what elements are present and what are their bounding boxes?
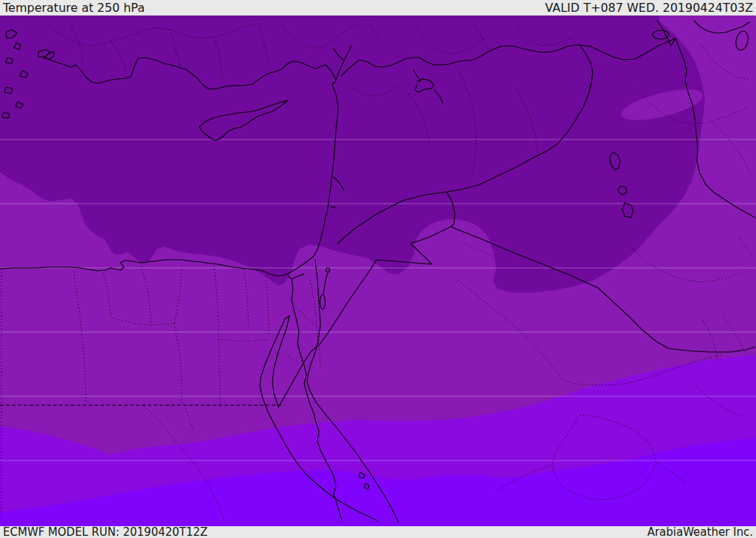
credit-label: ArabiaWeather Inc. (647, 526, 753, 538)
model-run-label: ECMWF MODEL RUN: 20190420T12Z (3, 526, 207, 538)
weather-map (0, 15, 756, 526)
page-title: Temperature at 250 hPa (3, 0, 145, 15)
band-medium-inclusion-jordan (414, 219, 491, 278)
header-bar: Temperature at 250 hPa VALID T+087 WED. … (0, 0, 756, 15)
temperature-bands (0, 15, 756, 526)
valid-time-label: VALID T+087 WED. 20190424T03Z (545, 0, 753, 15)
footer-bar: ECMWF MODEL RUN: 20190420T12Z ArabiaWeat… (0, 526, 756, 538)
